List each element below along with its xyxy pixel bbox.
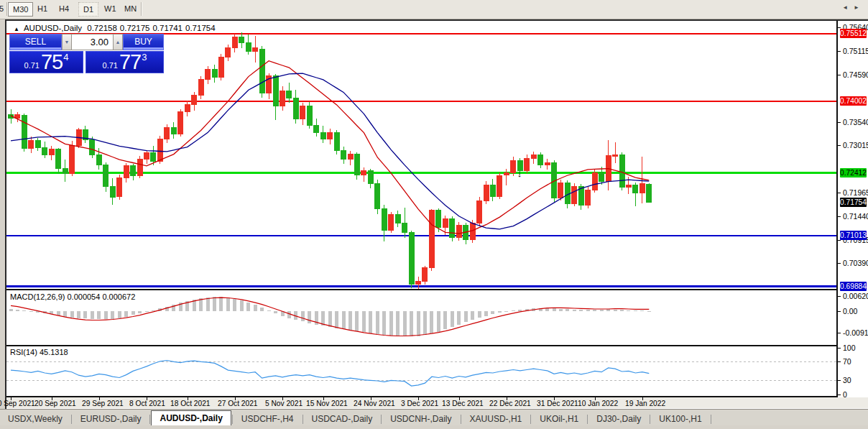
timeframe-toolbar: 5M30H1H4D1W1MN bbox=[0, 0, 868, 19]
time-tick-label: 29 Sep 2021 bbox=[82, 400, 124, 407]
sell-price-prefix: 0.71 bbox=[24, 61, 40, 70]
panel-separator[interactable] bbox=[6, 289, 868, 290]
chart-tab-audusd--daily[interactable]: AUDUSD-,Daily bbox=[151, 410, 231, 426]
macd-tick-mark bbox=[838, 333, 841, 333]
price-badge-0.74002: 0.74002 bbox=[840, 96, 867, 106]
time-tick-label: 19 Jan 2022 bbox=[625, 400, 665, 407]
rsi-tick-mark bbox=[838, 361, 841, 362]
toolbar-separator bbox=[6, 2, 7, 16]
one-click-trading-panel: SELL ▼ 3.00 ▲ BUY 0.71 75 4 0.71 77 3 bbox=[9, 34, 164, 73]
price-chart[interactable]: ▲AUDUSD-,Daily 0.721580.721750.717410.71… bbox=[6, 21, 836, 289]
macd-tick-label: -0.00919 bbox=[843, 328, 868, 337]
sell-arrow-icon: ↓ bbox=[517, 168, 522, 179]
time-tick-label: 15 Nov 2021 bbox=[306, 400, 348, 407]
time-tick-label: 8 Oct 2021 bbox=[129, 400, 165, 407]
time-tick-label: 10 Jan 2022 bbox=[578, 400, 618, 407]
price-tick-mark bbox=[838, 193, 841, 193]
tab-divider bbox=[232, 415, 233, 424]
sell-price-display[interactable]: 0.71 75 4 bbox=[9, 51, 83, 73]
volume-input[interactable]: 3.00 bbox=[72, 34, 113, 50]
price-tick-mark bbox=[838, 263, 841, 264]
rsi-label: RSI(14) 45.1318 bbox=[10, 348, 68, 356]
toolbar-separator bbox=[141, 2, 142, 16]
price-tick-mark bbox=[838, 51, 841, 52]
rsi-tick-label: 70 bbox=[843, 357, 851, 366]
time-tick-label: 18 Oct 2021 bbox=[170, 400, 211, 407]
price-badge-0.71754: 0.71754 bbox=[840, 198, 867, 207]
chart-tab-uk100--h1[interactable]: UK100-,H1 bbox=[651, 412, 709, 426]
buy-button[interactable]: BUY bbox=[123, 34, 164, 50]
collapse-triangle-icon[interactable]: ▲ bbox=[14, 26, 19, 32]
rsi-tick-mark bbox=[838, 380, 841, 381]
macd-panel[interactable]: MACD(12,26,9) 0.000054 0.000672 bbox=[6, 291, 836, 345]
rsi-tick-mark bbox=[838, 395, 841, 395]
tab-scroll-left-icon[interactable]: ◄ bbox=[842, 4, 854, 11]
price-tick-label: 0.70390 bbox=[843, 259, 868, 267]
price-badge-0.69884: 0.69884 bbox=[840, 282, 867, 291]
timeframe-button-d1[interactable]: D1 bbox=[78, 2, 98, 17]
price-tick-mark bbox=[838, 145, 841, 146]
price-tick-mark bbox=[838, 240, 841, 241]
price-tick-mark bbox=[838, 27, 841, 28]
chart-title: ▲AUDUSD-,Daily 0.721580.721750.717410.71… bbox=[14, 24, 218, 32]
sell-price-pip: 4 bbox=[63, 52, 68, 63]
chart-tab-usdcnh--daily[interactable]: USDCNH-,Daily bbox=[382, 412, 459, 426]
chart-tab-ukoil--h1[interactable]: UKOil-,H1 bbox=[532, 412, 586, 426]
chart-window: ▲AUDUSD-,Daily 0.721580.721750.717410.71… bbox=[5, 19, 868, 411]
price-badge-0.75512: 0.75512 bbox=[840, 29, 867, 38]
time-tick-label: 10 Sep 2021 bbox=[0, 400, 35, 407]
tab-divider bbox=[303, 415, 303, 424]
tab-divider bbox=[711, 415, 711, 424]
chart-symbol-label: AUDUSD-,Daily bbox=[24, 24, 82, 32]
price-badge-0.72412: 0.72412 bbox=[840, 168, 867, 177]
sell-button[interactable]: SELL bbox=[9, 34, 62, 50]
price-tick-label: 0.73015 bbox=[843, 141, 868, 149]
volume-increase-button[interactable]: ▲ bbox=[113, 34, 123, 50]
chart-tab-dj30--daily[interactable]: DJ30-,Daily bbox=[588, 412, 649, 426]
macd-tick-mark bbox=[838, 311, 841, 312]
tab-divider bbox=[650, 415, 650, 424]
rsi-tick-label: 100 bbox=[843, 343, 856, 352]
macd-label: MACD(12,26,9) 0.000054 0.000672 bbox=[10, 292, 135, 301]
chart-tab-xauusd--h1[interactable]: XAUUSD-,H1 bbox=[462, 412, 530, 426]
price-tick-label: 0.75115 bbox=[843, 47, 868, 55]
timeframe-button-h4[interactable]: H4 bbox=[55, 2, 73, 15]
buy-price-main: 77 bbox=[119, 52, 141, 73]
ohlc-close: 0.71754 bbox=[185, 24, 216, 32]
time-tick-label: 20 Sep 2021 bbox=[34, 400, 76, 407]
macd-tick-label: 0.00 bbox=[843, 307, 857, 315]
tab-divider bbox=[461, 415, 461, 424]
price-tick-label: 0.74590 bbox=[843, 70, 868, 79]
ohlc-high: 0.72175 bbox=[120, 24, 150, 32]
timeframe-button-mn[interactable]: MN bbox=[120, 2, 141, 15]
chart-tab-eurusd--daily[interactable]: EURUSD-,Daily bbox=[73, 412, 149, 426]
macd-tick-label: 0.006201 bbox=[843, 292, 868, 300]
ohlc-open: 0.72158 bbox=[87, 24, 117, 32]
timeframe-button-m30[interactable]: M30 bbox=[8, 2, 33, 17]
price-tick-mark bbox=[838, 122, 841, 123]
rsi-panel[interactable]: RSI(14) 45.1318 bbox=[6, 346, 836, 396]
price-tick-label: 0.71965 bbox=[843, 188, 868, 197]
sell-price-main: 75 bbox=[41, 52, 63, 73]
time-tick-label: 24 Nov 2021 bbox=[354, 400, 395, 407]
volume-decrease-button[interactable]: ▼ bbox=[62, 34, 72, 50]
price-tick-mark bbox=[838, 75, 841, 75]
tab-divider bbox=[71, 415, 72, 424]
tab-scroll-right-icon[interactable]: ► bbox=[854, 4, 865, 11]
rsi-tick-label: 30 bbox=[843, 376, 851, 384]
mt4-window: 5M30H1H4D1W1MN ▲AUDUSD-,Daily 0.721580.7… bbox=[0, 0, 868, 429]
rsi-tick-label: 0 bbox=[843, 390, 847, 399]
tab-divider bbox=[381, 415, 382, 424]
price-axis[interactable]: 0.756400.751150.745900.735400.730150.719… bbox=[836, 21, 868, 397]
tab-scroll-arrows: ◄► bbox=[842, 4, 865, 11]
buy-price-display[interactable]: 0.71 77 3 bbox=[86, 51, 164, 73]
tab-divider bbox=[530, 415, 531, 424]
time-tick-label: 3 Dec 2021 bbox=[401, 400, 438, 407]
timeframe-button-h1[interactable]: H1 bbox=[33, 2, 52, 15]
chart-tab-usdx-weekly[interactable]: USDX,Weekly bbox=[0, 412, 70, 426]
price-tick-label: 0.71440 bbox=[843, 212, 868, 221]
timeframe-button-w1[interactable]: W1 bbox=[100, 2, 121, 15]
time-axis[interactable]: 10 Sep 202120 Sep 202129 Sep 20218 Oct 2… bbox=[6, 397, 868, 408]
chart-tab-usdcad--daily[interactable]: USDCAD-,Daily bbox=[304, 412, 381, 426]
chart-tab-usdchf--h4[interactable]: USDCHF-,H4 bbox=[234, 412, 302, 426]
